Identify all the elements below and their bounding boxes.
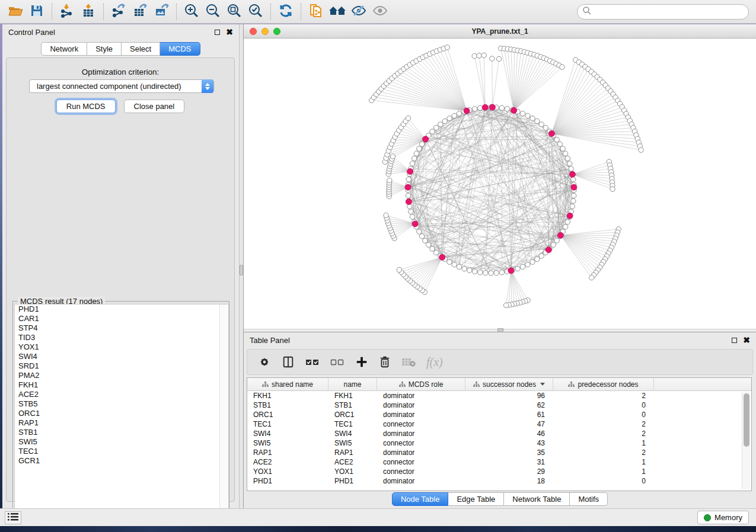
graph-node[interactable] xyxy=(412,156,417,161)
select-all-columns-button[interactable] xyxy=(305,357,320,367)
graph-leaf-node[interactable] xyxy=(472,54,477,59)
column-header-successor-nodes[interactable]: successor nodes xyxy=(465,378,553,390)
graph-leaf-node[interactable] xyxy=(560,65,564,69)
graph-leaf-node[interactable] xyxy=(384,213,388,217)
tab-mcds[interactable]: MCDS xyxy=(160,42,200,56)
refresh-view-button[interactable] xyxy=(275,2,296,21)
graph-node[interactable] xyxy=(410,161,414,166)
graph-node[interactable] xyxy=(499,270,504,275)
table-scrollbar-thumb[interactable] xyxy=(744,393,749,447)
network-canvas[interactable] xyxy=(244,39,756,329)
graph-node[interactable] xyxy=(539,122,544,127)
import-table-button[interactable] xyxy=(78,2,99,21)
graph-node[interactable] xyxy=(457,264,461,269)
graph-node[interactable] xyxy=(539,254,544,258)
graph-leaf-node[interactable] xyxy=(477,53,481,58)
export-image-button[interactable] xyxy=(151,2,172,21)
graph-node[interactable] xyxy=(423,238,428,243)
table-mode-gear-button[interactable] xyxy=(258,355,271,368)
graph-node[interactable] xyxy=(419,234,424,239)
graph-node[interactable] xyxy=(489,271,493,275)
graph-node[interactable] xyxy=(505,107,509,111)
table-scrollbar-track[interactable] xyxy=(742,392,750,489)
graph-node[interactable] xyxy=(570,204,575,209)
graph-hub-node[interactable] xyxy=(439,254,445,260)
graph-node[interactable] xyxy=(414,151,419,156)
table-row[interactable]: RAP1RAP1dominator352 xyxy=(247,448,751,457)
graph-node[interactable] xyxy=(417,146,422,151)
graph-node[interactable] xyxy=(442,118,447,123)
mcds-result-item[interactable]: PMA2 xyxy=(15,371,228,380)
graph-node[interactable] xyxy=(483,271,488,275)
graph-node[interactable] xyxy=(563,225,567,229)
zoom-selected-button[interactable] xyxy=(245,2,266,21)
tab-select[interactable]: Select xyxy=(122,42,160,56)
mcds-result-item[interactable]: CAR1 xyxy=(15,314,228,323)
graph-node[interactable] xyxy=(473,269,477,274)
graph-node[interactable] xyxy=(410,214,414,219)
column-header-name[interactable]: name xyxy=(328,378,377,390)
graph-hub-node[interactable] xyxy=(412,221,418,227)
graph-node[interactable] xyxy=(535,257,540,261)
close-panel-icon-button[interactable]: ✖ xyxy=(226,28,233,36)
zoom-fit-button[interactable] xyxy=(224,2,245,21)
run-mcds-button[interactable]: Run MCDS xyxy=(56,100,116,113)
graph-node[interactable] xyxy=(430,129,435,134)
column-header-shared-name[interactable]: shared name xyxy=(247,378,328,390)
graph-hub-node[interactable] xyxy=(423,136,429,142)
network-titlebar[interactable]: YPA_prune.txt_1 xyxy=(244,24,756,39)
tab-edge-table[interactable]: Edge Table xyxy=(448,492,504,506)
tab-network-table[interactable]: Network Table xyxy=(504,492,570,506)
delete-column-button[interactable] xyxy=(379,355,391,368)
mcds-result-item[interactable]: SWI5 xyxy=(15,437,228,447)
table-row[interactable]: FKH1FKH1dominator962 xyxy=(247,391,751,400)
graph-hub-node[interactable] xyxy=(548,131,554,137)
graph-hub-node[interactable] xyxy=(569,171,575,177)
mcds-result-item[interactable]: TEC1 xyxy=(15,447,228,456)
mcds-list-scrollbar[interactable] xyxy=(219,305,227,517)
graph-leaf-node[interactable] xyxy=(503,303,508,307)
graph-node[interactable] xyxy=(567,161,572,166)
graph-node[interactable] xyxy=(452,262,457,267)
graph-node[interactable] xyxy=(530,116,535,121)
deselect-all-columns-button[interactable] xyxy=(330,357,344,367)
graph-node[interactable] xyxy=(557,142,562,146)
tab-style[interactable]: Style xyxy=(87,42,122,56)
graph-node[interactable] xyxy=(447,116,452,121)
graph-node[interactable] xyxy=(494,271,499,275)
graph-node[interactable] xyxy=(565,156,570,161)
graph-node[interactable] xyxy=(535,118,540,123)
criterion-dropdown[interactable]: largest connected component (undirected) xyxy=(29,79,214,93)
table-row[interactable]: YOX1YOX1connector291 xyxy=(247,467,751,476)
close-panel-button[interactable]: Close panel xyxy=(124,100,185,113)
search-input[interactable] xyxy=(592,7,744,16)
graph-node[interactable] xyxy=(434,126,439,130)
import-network-button[interactable] xyxy=(56,2,78,21)
table-row[interactable]: SWI5SWI5connector431 xyxy=(247,438,751,448)
graph-node[interactable] xyxy=(569,166,573,171)
mcds-result-item[interactable]: FKH1 xyxy=(15,380,228,390)
mcds-result-item[interactable]: STP4 xyxy=(15,323,228,333)
open-file-button[interactable] xyxy=(5,2,26,21)
graph-node[interactable] xyxy=(417,229,422,234)
graph-node[interactable] xyxy=(571,177,576,182)
mcds-result-item[interactable]: ORC1 xyxy=(15,409,228,418)
graph-node[interactable] xyxy=(551,242,556,247)
mcds-result-item[interactable]: PHD1 xyxy=(15,305,228,314)
graph-node[interactable] xyxy=(478,270,483,275)
graph-hub-node[interactable] xyxy=(489,104,495,110)
mcds-result-item[interactable]: SRD1 xyxy=(15,361,228,371)
graph-node[interactable] xyxy=(462,266,467,271)
graph-hub-node[interactable] xyxy=(557,232,563,238)
float-panel-button[interactable] xyxy=(215,27,220,37)
graph-node[interactable] xyxy=(543,126,548,130)
table-row[interactable]: ORC1ORC1dominator610 xyxy=(247,410,751,419)
graph-node[interactable] xyxy=(467,268,472,273)
mcds-result-list[interactable]: PHD1CAR1STP4TID3YOX1SWI4SRD1PMA2FKH1ACE2… xyxy=(14,304,229,517)
table-row[interactable]: SWI4SWI4dominator462 xyxy=(247,429,751,438)
graph-node[interactable] xyxy=(473,107,477,111)
graph-leaf-node[interactable] xyxy=(390,154,395,159)
graph-node[interactable] xyxy=(426,242,431,247)
mcds-result-item[interactable]: STB1 xyxy=(15,428,228,437)
graph-node[interactable] xyxy=(452,113,457,118)
